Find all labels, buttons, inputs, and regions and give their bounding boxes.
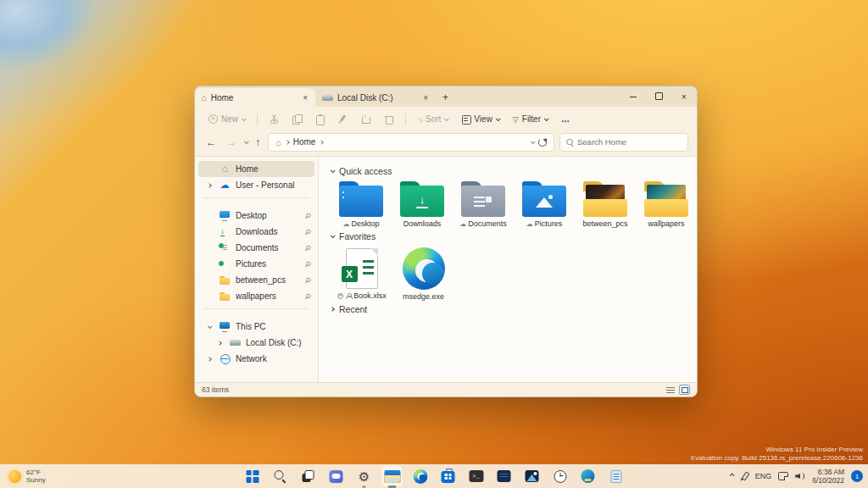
file-item-pictures[interactable]: ☁Pictures (514, 181, 575, 228)
sidebar-item-home[interactable]: ⌂ Home (198, 161, 314, 177)
sidebar-item-desktop[interactable]: Desktop ⚲ (198, 208, 314, 224)
large-icons-view-icon[interactable] (679, 385, 690, 395)
pin-icon: ⚲ (303, 227, 314, 237)
clock-app-button[interactable] (550, 466, 570, 486)
screen-pen-icon[interactable] (778, 472, 788, 480)
sidebar-label: Downloads (236, 227, 300, 236)
breadcrumb[interactable]: ⌂ Home (268, 133, 554, 152)
start-button[interactable] (242, 466, 263, 486)
copy-icon (292, 114, 302, 124)
sidebar-item-documents[interactable]: Documents ⚲ (198, 240, 314, 256)
chevron-down-icon[interactable] (208, 324, 213, 329)
navigation-pane: ⌂ Home ☁ User - Personal Desktop ⚲ ↓ (195, 157, 319, 382)
file-item-wallpapers[interactable]: wallpapers (636, 181, 697, 228)
terminal-button[interactable]: >_ (466, 466, 487, 486)
sidebar-item-onedrive[interactable]: ☁ User - Personal (198, 177, 314, 193)
file-item-between-pcs[interactable]: between_pcs (575, 181, 636, 228)
up-button[interactable]: ↑ (253, 136, 263, 148)
cut-button[interactable] (264, 112, 284, 126)
more-options-button[interactable]: … (556, 112, 575, 126)
taskbar-search-button[interactable] (270, 466, 291, 486)
settings-button[interactable]: ⚙ (354, 466, 375, 486)
store-button[interactable] (438, 466, 459, 486)
file-item-book-xlsx[interactable]: X Book.xlsx (331, 247, 392, 301)
file-item-desktop[interactable]: ☁Desktop (331, 181, 392, 228)
photos-icon (526, 470, 539, 482)
sidebar-item-this-pc[interactable]: This PC (198, 319, 314, 335)
close-button[interactable]: × (671, 92, 697, 102)
share-button[interactable] (356, 112, 376, 126)
chat-button[interactable] (326, 466, 347, 486)
section-favorites[interactable]: Favorites (331, 231, 697, 241)
section-quick-access[interactable]: Quick access (331, 166, 697, 176)
tab-local-disk[interactable]: Local Disk (C:) × (315, 88, 436, 107)
chevron-right-icon[interactable] (217, 341, 222, 346)
chevron-down-icon (242, 116, 247, 121)
language-indicator[interactable]: ENG (755, 472, 772, 480)
pin-icon: ⚲ (303, 211, 314, 221)
share-icon (361, 114, 370, 124)
address-bar: ← → ↑ ⌂ Home (195, 131, 697, 157)
file-item-msedge[interactable]: msedge.exe (392, 247, 454, 301)
tab-close-icon[interactable]: × (421, 93, 430, 103)
file-explorer-button[interactable] (382, 466, 403, 486)
minimize-button[interactable] (620, 92, 646, 102)
clock-date[interactable]: 6:36 AM 6/10/2022 (812, 468, 844, 485)
cloud-status-icon: ☁ (526, 220, 533, 228)
notification-badge[interactable]: 1 (851, 470, 863, 482)
section-recent[interactable]: Recent (331, 304, 697, 314)
sidebar-item-local-disk[interactable]: Local Disk (C:) (198, 335, 314, 351)
sidebar-item-downloads[interactable]: ↓ Downloads ⚲ (198, 224, 314, 240)
chevron-right-icon (330, 307, 335, 312)
sidebar-item-network[interactable]: Network (198, 351, 314, 367)
excel-x-icon: X (342, 266, 358, 282)
tab-close-icon[interactable]: × (301, 93, 309, 103)
dark-app-button[interactable] (494, 466, 515, 486)
address-dropdown-chevron[interactable] (531, 139, 536, 144)
view-button[interactable]: View (456, 112, 504, 126)
sort-button[interactable]: ↑↓ Sort (413, 112, 453, 126)
system-tray: ENG 6:36 AM 6/10/2022 1 (730, 468, 863, 485)
chevron-down-icon (544, 116, 549, 121)
pen-icon[interactable] (740, 472, 748, 481)
notepad-button[interactable] (606, 466, 626, 486)
new-tab-button[interactable]: + (436, 88, 455, 107)
item-label: Downloads (403, 219, 442, 228)
paste-button[interactable] (310, 112, 330, 126)
chevron-right-icon[interactable] (207, 357, 212, 362)
forward-button[interactable]: → (224, 136, 239, 148)
search-box[interactable] (559, 133, 688, 152)
weather-widget[interactable]: 62°F Sunny (8, 469, 46, 484)
breadcrumb-item[interactable]: Home (293, 137, 316, 147)
delete-button[interactable] (379, 112, 398, 126)
downloads-icon: ↓ (220, 226, 225, 236)
sidebar-item-wallpapers[interactable]: wallpapers ⚲ (198, 288, 314, 304)
file-item-downloads[interactable]: Downloads (392, 181, 453, 228)
filter-button[interactable]: ▽ Filter (508, 112, 553, 126)
recent-locations-chevron[interactable] (244, 139, 249, 144)
copy-button[interactable] (287, 112, 307, 126)
refresh-icon[interactable] (538, 138, 547, 147)
speaker-icon[interactable] (795, 472, 805, 480)
sidebar-item-pictures[interactable]: Pictures ⚲ (198, 256, 314, 272)
sidebar-item-between-pcs[interactable]: between_pcs ⚲ (198, 272, 314, 288)
dark-app-icon (498, 470, 511, 482)
task-view-button[interactable] (298, 466, 319, 486)
photos-button[interactable] (522, 466, 542, 486)
chevron-right-icon[interactable] (207, 183, 212, 188)
search-input[interactable] (577, 137, 670, 147)
back-button[interactable]: ← (203, 136, 219, 148)
media-app-button[interactable] (578, 466, 598, 486)
folder-icon (219, 274, 231, 286)
file-item-documents[interactable]: ☁Documents (453, 181, 514, 228)
tab-home[interactable]: ⌂ Home × (195, 88, 315, 107)
section-title: Favorites (339, 231, 376, 241)
hidden-icons-chevron[interactable] (730, 473, 735, 478)
rename-button[interactable] (333, 112, 353, 126)
details-view-icon[interactable] (666, 386, 675, 394)
new-button[interactable]: New (203, 112, 250, 126)
desktop-folder-icon (339, 181, 383, 217)
edge-button[interactable] (410, 466, 431, 486)
maximize-button[interactable] (646, 92, 671, 102)
items-count: 63 items (202, 385, 229, 394)
